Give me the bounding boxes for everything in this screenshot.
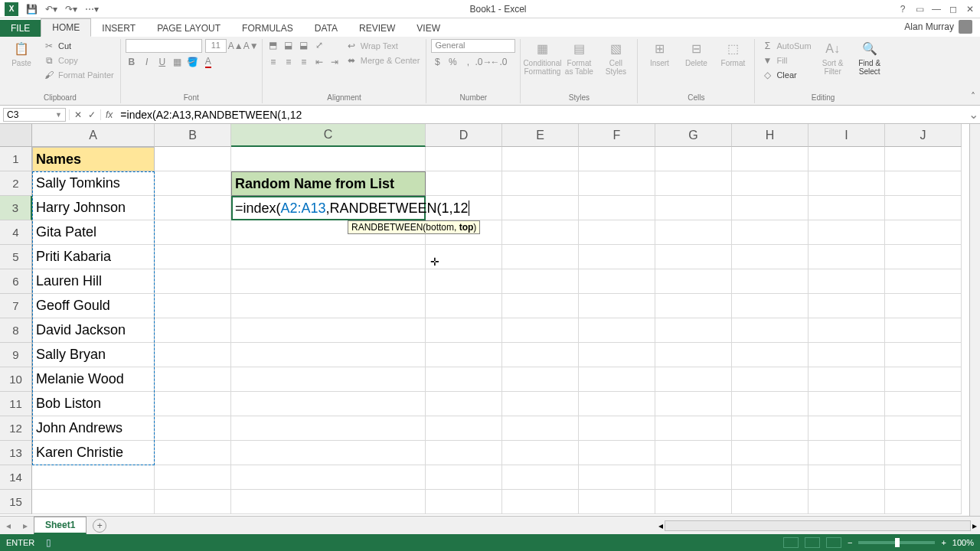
cell[interactable] xyxy=(502,441,579,465)
cell[interactable] xyxy=(579,441,655,465)
cell[interactable] xyxy=(502,220,579,245)
cell[interactable] xyxy=(502,343,579,367)
scroll-left-icon[interactable]: ◂ xyxy=(658,520,663,531)
cell[interactable] xyxy=(502,490,579,514)
cancel-formula-icon[interactable]: ✕ xyxy=(74,109,82,120)
user-account[interactable]: Alan Murray xyxy=(904,20,972,34)
page-break-view-icon[interactable] xyxy=(826,537,841,548)
scroll-track[interactable] xyxy=(665,520,971,531)
cell[interactable] xyxy=(155,367,231,392)
cell[interactable] xyxy=(808,318,885,343)
cell[interactable] xyxy=(655,171,732,196)
cell[interactable] xyxy=(231,318,426,343)
cell[interactable] xyxy=(32,465,155,490)
cell[interactable] xyxy=(579,196,655,220)
cell[interactable] xyxy=(655,392,732,416)
cell[interactable] xyxy=(32,490,155,514)
column-header[interactable]: D xyxy=(426,124,502,147)
name-box[interactable]: C3 ▼ xyxy=(3,108,66,122)
align-left-icon[interactable]: ≡ xyxy=(267,56,279,68)
border-icon[interactable]: ▦ xyxy=(172,56,184,68)
cell[interactable] xyxy=(655,416,732,441)
cell[interactable] xyxy=(808,294,885,318)
cell[interactable] xyxy=(732,245,808,269)
bold-icon[interactable]: B xyxy=(126,56,138,68)
cell[interactable] xyxy=(808,245,885,269)
sheet-nav-prev-icon[interactable]: ◂ xyxy=(0,520,17,531)
cell[interactable] xyxy=(426,465,502,490)
close-icon[interactable]: ✕ xyxy=(965,4,975,15)
cell[interactable] xyxy=(426,343,502,367)
cell[interactable] xyxy=(155,269,231,294)
expand-formula-icon[interactable]: ⌄ xyxy=(966,107,980,122)
enter-formula-icon[interactable]: ✓ xyxy=(88,109,96,120)
cell[interactable] xyxy=(502,147,579,171)
fill-button[interactable]: ▼Fill xyxy=(760,54,812,67)
file-tab[interactable]: FILE xyxy=(0,20,41,37)
cell[interactable]: Sally Tomkins xyxy=(32,171,155,196)
cell[interactable] xyxy=(655,245,732,269)
cell[interactable] xyxy=(155,490,231,514)
fill-color-icon[interactable]: 🪣 xyxy=(187,56,199,68)
cell[interactable] xyxy=(732,220,808,245)
cell[interactable] xyxy=(155,318,231,343)
horizontal-scrollbar[interactable]: ◂ ▸ xyxy=(658,520,977,531)
normal-view-icon[interactable] xyxy=(783,537,799,548)
scroll-right-icon[interactable]: ▸ xyxy=(972,520,977,531)
column-header[interactable]: J xyxy=(885,124,962,147)
cell[interactable] xyxy=(502,465,579,490)
cell[interactable] xyxy=(579,465,655,490)
cell[interactable] xyxy=(808,367,885,392)
cell[interactable] xyxy=(732,196,808,220)
cell[interactable] xyxy=(426,392,502,416)
cell[interactable] xyxy=(885,147,962,171)
cell[interactable] xyxy=(231,367,426,392)
column-header[interactable]: H xyxy=(732,124,808,147)
cell[interactable] xyxy=(231,416,426,441)
cell[interactable] xyxy=(426,147,502,171)
row-header[interactable]: 15 xyxy=(0,490,32,514)
cell[interactable] xyxy=(231,441,426,465)
cell[interactable] xyxy=(808,465,885,490)
cell[interactable] xyxy=(808,220,885,245)
row-header[interactable]: 4 xyxy=(0,220,32,245)
cell-styles-button[interactable]: ▧Cell Styles xyxy=(599,39,632,76)
cell[interactable] xyxy=(655,269,732,294)
cell[interactable] xyxy=(655,294,732,318)
cell[interactable] xyxy=(155,220,231,245)
cell[interactable] xyxy=(502,392,579,416)
cell[interactable] xyxy=(502,196,579,220)
cell[interactable] xyxy=(885,490,962,514)
cell[interactable] xyxy=(426,171,502,196)
cell[interactable] xyxy=(231,294,426,318)
cell[interactable] xyxy=(732,441,808,465)
cell[interactable] xyxy=(732,465,808,490)
column-header[interactable]: G xyxy=(655,124,732,147)
cell[interactable] xyxy=(502,294,579,318)
cell[interactable] xyxy=(732,367,808,392)
cell[interactable] xyxy=(426,367,502,392)
clear-button[interactable]: ◇Clear xyxy=(760,68,812,82)
cell[interactable] xyxy=(885,416,962,441)
cell[interactable] xyxy=(885,367,962,392)
cell[interactable] xyxy=(231,245,426,269)
row-header[interactable]: 10 xyxy=(0,367,32,392)
align-bottom-icon[interactable]: ⬓ xyxy=(298,39,310,51)
orientation-icon[interactable]: ⤢ xyxy=(313,39,325,51)
font-color-icon[interactable]: A xyxy=(202,56,214,68)
cell[interactable]: David Jackson xyxy=(32,318,155,343)
row-header[interactable]: 11 xyxy=(0,392,32,416)
cell[interactable] xyxy=(808,490,885,514)
cell[interactable] xyxy=(885,220,962,245)
cell[interactable] xyxy=(579,490,655,514)
page-layout-view-icon[interactable] xyxy=(805,537,820,548)
cell[interactable] xyxy=(885,294,962,318)
cell[interactable] xyxy=(885,465,962,490)
tab-page-layout[interactable]: PAGE LAYOUT xyxy=(146,20,231,37)
cell[interactable] xyxy=(579,343,655,367)
decrease-font-icon[interactable]: A▼ xyxy=(245,40,257,52)
cell[interactable] xyxy=(885,392,962,416)
collapse-ribbon-icon[interactable]: ˄ xyxy=(971,91,975,102)
autosum-button[interactable]: ΣAutoSum xyxy=(760,39,812,53)
tab-formulas[interactable]: FORMULAS xyxy=(231,20,304,37)
